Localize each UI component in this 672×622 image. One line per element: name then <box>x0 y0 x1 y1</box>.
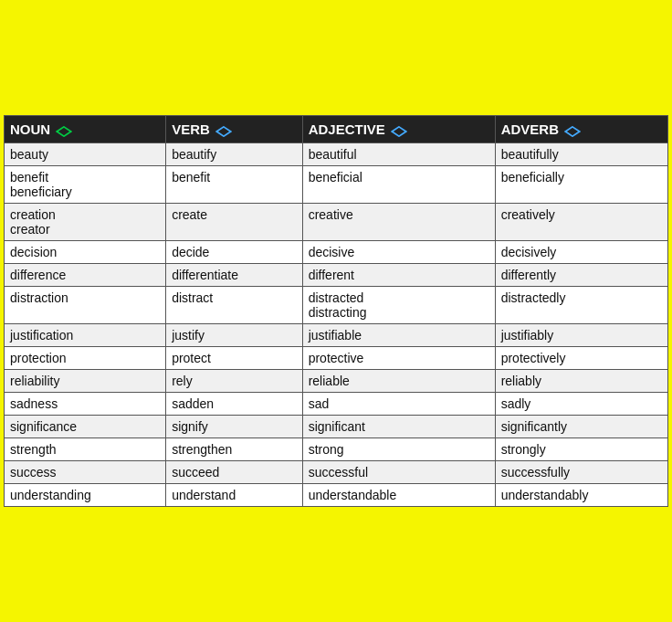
cell-significance-adjective: significant <box>302 416 495 438</box>
cell-strength-noun: strength <box>5 438 166 461</box>
table-row: creationcreatorcreatecreativecreatively <box>5 204 668 241</box>
cell-decision-verb: decide <box>166 241 303 264</box>
cell-creation-verb: create <box>166 204 303 241</box>
cell-success-verb: succeed <box>166 461 303 484</box>
cell-sadness-adverb: sadly <box>495 393 667 416</box>
header-verb: VERB <box>166 116 303 143</box>
cell-creation-noun: creationcreator <box>5 204 166 241</box>
table-body: beautybeautifybeautifulbeautifullybenefi… <box>5 143 668 507</box>
cell-strength-adverb: strongly <box>495 438 667 461</box>
svg-marker-2 <box>392 126 405 135</box>
cell-significance-noun: significance <box>5 416 166 438</box>
adverb-diamond-icon <box>564 124 581 135</box>
table-row: differencedifferentiatedifferentdifferen… <box>5 264 668 287</box>
verb-diamond-icon <box>215 124 232 135</box>
cell-justification-adjective: justifiable <box>302 324 495 347</box>
cell-understanding-noun: understanding <box>5 484 166 507</box>
cell-benefit-adjective: beneficial <box>302 166 495 204</box>
cell-protection-adverb: protectively <box>495 347 667 370</box>
cell-difference-verb: differentiate <box>166 264 303 287</box>
cell-strength-verb: strengthen <box>166 438 303 461</box>
cell-justification-verb: justify <box>166 324 303 347</box>
page-container: NOUN VERB <box>0 108 672 514</box>
table-row: strengthstrengthenstrongstrongly <box>5 438 668 461</box>
svg-marker-3 <box>565 126 579 135</box>
header-adjective: ADJECTIVE <box>302 116 495 143</box>
cell-understanding-adverb: understandably <box>495 484 667 507</box>
verb-label: VERB <box>172 121 210 137</box>
table-row: justificationjustifyjustifiablejustifiab… <box>5 324 668 347</box>
cell-beauty-noun: beauty <box>5 143 166 166</box>
svg-marker-0 <box>57 126 70 135</box>
cell-distraction-adjective: distracteddistracting <box>302 287 495 324</box>
cell-sadness-noun: sadness <box>5 393 166 416</box>
table-row: decisiondecidedecisivedecisively <box>5 241 668 264</box>
cell-beauty-adjective: beautiful <box>302 143 495 166</box>
table-row: benefitbeneficiarybenefitbeneficialbenef… <box>5 166 668 204</box>
cell-creation-adjective: creative <box>302 204 495 241</box>
adjective-label: ADJECTIVE <box>309 121 385 137</box>
svg-marker-1 <box>216 126 230 135</box>
cell-difference-adjective: different <box>302 264 495 287</box>
cell-reliability-adjective: reliable <box>302 370 495 393</box>
cell-reliability-verb: rely <box>166 370 303 393</box>
table-row: reliabilityrelyreliablereliably <box>5 370 668 393</box>
cell-benefit-adverb: beneficially <box>495 166 667 204</box>
cell-sadness-adjective: sad <box>302 393 495 416</box>
table-row: sadnesssaddensadsadly <box>5 393 668 416</box>
cell-sadness-verb: sadden <box>166 393 303 416</box>
cell-understanding-verb: understand <box>166 484 303 507</box>
cell-justification-noun: justification <box>5 324 166 347</box>
cell-reliability-adverb: reliably <box>495 370 667 393</box>
cell-decision-adverb: decisively <box>495 241 667 264</box>
table-header-row: NOUN VERB <box>5 116 668 143</box>
cell-distraction-noun: distraction <box>5 287 166 324</box>
noun-label: NOUN <box>10 121 50 137</box>
cell-reliability-noun: reliability <box>5 370 166 393</box>
cell-protection-adjective: protective <box>302 347 495 370</box>
adverb-label: ADVERB <box>501 121 559 137</box>
cell-protection-noun: protection <box>5 347 166 370</box>
table-row: understandingunderstandunderstandableund… <box>5 484 668 507</box>
cell-difference-noun: difference <box>5 264 166 287</box>
cell-understanding-adjective: understandable <box>302 484 495 507</box>
table-row: significancesignifysignificantsignifican… <box>5 416 668 438</box>
table-row: protectionprotectprotectiveprotectively <box>5 347 668 370</box>
cell-significance-adverb: significantly <box>495 416 667 438</box>
cell-beauty-verb: beautify <box>166 143 303 166</box>
cell-decision-noun: decision <box>5 241 166 264</box>
table-row: distractiondistractdistracteddistracting… <box>5 287 668 324</box>
cell-significance-verb: signify <box>166 416 303 438</box>
cell-success-adjective: successful <box>302 461 495 484</box>
cell-success-adverb: successfully <box>495 461 667 484</box>
adjective-diamond-icon <box>391 124 407 135</box>
cell-distraction-adverb: distractedly <box>495 287 667 324</box>
table-row: beautybeautifybeautifulbeautifully <box>5 143 668 166</box>
cell-distraction-verb: distract <box>166 287 303 324</box>
cell-decision-adjective: decisive <box>302 241 495 264</box>
cell-strength-adjective: strong <box>302 438 495 461</box>
cell-benefit-noun: benefitbeneficiary <box>5 166 166 204</box>
cell-justification-adverb: justifiably <box>495 324 667 347</box>
word-forms-table: NOUN VERB <box>4 115 668 507</box>
cell-difference-adverb: differently <box>495 264 667 287</box>
cell-protection-verb: protect <box>166 347 303 370</box>
header-noun: NOUN <box>5 116 166 143</box>
cell-beauty-adverb: beautifully <box>495 143 667 166</box>
header-adverb: ADVERB <box>495 116 667 143</box>
table-row: successsucceedsuccessfulsuccessfully <box>5 461 668 484</box>
cell-benefit-verb: benefit <box>166 166 303 204</box>
cell-success-noun: success <box>5 461 166 484</box>
noun-diamond-icon <box>56 124 72 135</box>
cell-creation-adverb: creatively <box>495 204 667 241</box>
